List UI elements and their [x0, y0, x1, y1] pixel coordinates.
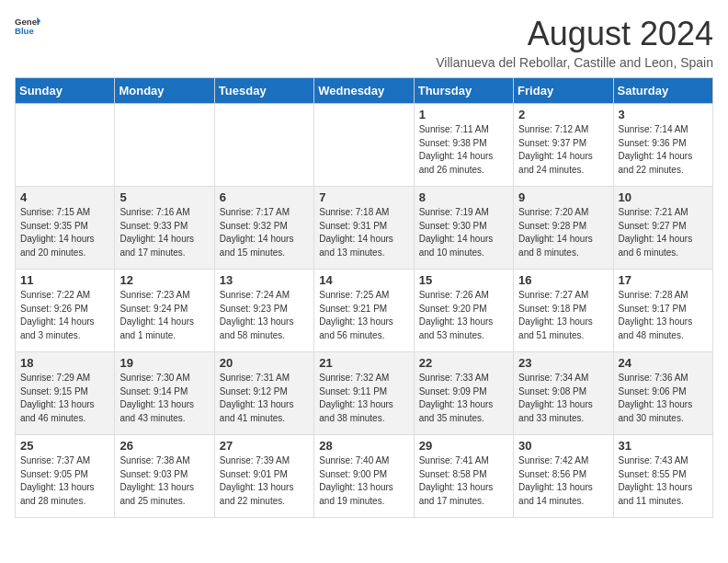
- calendar-cell: 12Sunrise: 7:23 AMSunset: 9:24 PMDayligh…: [115, 270, 214, 352]
- day-number: 10: [619, 190, 708, 204]
- weekday-header: Monday: [115, 78, 214, 104]
- day-number: 4: [20, 190, 109, 204]
- calendar-cell: [115, 104, 214, 187]
- day-number: 19: [119, 356, 209, 370]
- day-info: Sunrise: 7:36 AMSunset: 9:06 PMDaylight:…: [619, 372, 708, 425]
- day-number: 17: [619, 273, 708, 287]
- calendar-cell: 19Sunrise: 7:30 AMSunset: 9:14 PMDayligh…: [115, 352, 214, 435]
- day-info: Sunrise: 7:23 AMSunset: 9:24 PMDaylight:…: [119, 289, 209, 342]
- day-number: 29: [419, 439, 508, 453]
- weekday-header: Saturday: [613, 78, 712, 104]
- day-number: 28: [319, 439, 408, 453]
- day-number: 6: [220, 190, 309, 204]
- weekday-header: Sunday: [16, 78, 115, 104]
- calendar-week-row: 25Sunrise: 7:37 AMSunset: 9:05 PMDayligh…: [16, 435, 713, 518]
- day-number: 15: [419, 273, 508, 287]
- day-info: Sunrise: 7:26 AMSunset: 9:20 PMDaylight:…: [419, 289, 508, 342]
- calendar-week-row: 18Sunrise: 7:29 AMSunset: 9:15 PMDayligh…: [16, 352, 713, 435]
- calendar-week-row: 1Sunrise: 7:11 AMSunset: 9:38 PMDaylight…: [16, 104, 713, 187]
- calendar-cell: 28Sunrise: 7:40 AMSunset: 9:00 PMDayligh…: [314, 435, 414, 518]
- day-info: Sunrise: 7:33 AMSunset: 9:09 PMDaylight:…: [419, 372, 508, 425]
- calendar-table: SundayMondayTuesdayWednesdayThursdayFrid…: [15, 77, 713, 518]
- day-info: Sunrise: 7:19 AMSunset: 9:30 PMDaylight:…: [419, 206, 508, 259]
- day-info: Sunrise: 7:20 AMSunset: 9:28 PMDaylight:…: [518, 206, 608, 259]
- calendar-cell: 30Sunrise: 7:42 AMSunset: 8:56 PMDayligh…: [514, 435, 613, 518]
- day-info: Sunrise: 7:31 AMSunset: 9:12 PMDaylight:…: [220, 372, 309, 425]
- calendar-cell: [16, 104, 115, 187]
- day-number: 23: [518, 356, 608, 370]
- calendar-cell: 11Sunrise: 7:22 AMSunset: 9:26 PMDayligh…: [16, 270, 115, 352]
- calendar-cell: 3Sunrise: 7:14 AMSunset: 9:36 PMDaylight…: [613, 104, 712, 187]
- weekday-header: Tuesday: [214, 78, 313, 104]
- day-info: Sunrise: 7:39 AMSunset: 9:01 PMDaylight:…: [220, 454, 309, 508]
- calendar-cell: 22Sunrise: 7:33 AMSunset: 9:09 PMDayligh…: [414, 352, 513, 435]
- day-number: 25: [20, 439, 109, 453]
- weekday-header-row: SundayMondayTuesdayWednesdayThursdayFrid…: [16, 78, 713, 104]
- logo: General Blue: [15, 15, 40, 35]
- day-info: Sunrise: 7:17 AMSunset: 9:32 PMDaylight:…: [220, 206, 309, 259]
- calendar-cell: 21Sunrise: 7:32 AMSunset: 9:11 PMDayligh…: [314, 352, 414, 435]
- day-number: 16: [518, 273, 608, 287]
- calendar-cell: 16Sunrise: 7:27 AMSunset: 9:18 PMDayligh…: [514, 270, 613, 352]
- calendar-cell: 2Sunrise: 7:12 AMSunset: 9:37 PMDaylight…: [514, 104, 613, 187]
- day-info: Sunrise: 7:42 AMSunset: 8:56 PMDaylight:…: [518, 454, 608, 508]
- day-info: Sunrise: 7:32 AMSunset: 9:11 PMDaylight:…: [319, 372, 408, 425]
- day-number: 1: [419, 108, 508, 121]
- calendar-cell: [314, 104, 414, 187]
- title-area: August 2024 Villanueva del Rebollar, Cas…: [436, 15, 713, 70]
- day-info: Sunrise: 7:38 AMSunset: 9:03 PMDaylight:…: [119, 454, 209, 508]
- day-number: 11: [20, 273, 109, 287]
- day-info: Sunrise: 7:11 AMSunset: 9:38 PMDaylight:…: [419, 123, 508, 177]
- day-info: Sunrise: 7:41 AMSunset: 8:58 PMDaylight:…: [419, 454, 508, 508]
- month-title: August 2024: [436, 15, 713, 53]
- calendar-cell: 13Sunrise: 7:24 AMSunset: 9:23 PMDayligh…: [214, 270, 313, 352]
- day-info: Sunrise: 7:27 AMSunset: 9:18 PMDaylight:…: [518, 289, 608, 342]
- day-number: 21: [319, 356, 408, 370]
- calendar-cell: [214, 104, 313, 187]
- calendar-cell: 31Sunrise: 7:43 AMSunset: 8:55 PMDayligh…: [613, 435, 712, 518]
- day-number: 5: [119, 190, 209, 204]
- calendar-cell: 23Sunrise: 7:34 AMSunset: 9:08 PMDayligh…: [514, 352, 613, 435]
- day-number: 3: [619, 108, 708, 121]
- calendar-cell: 5Sunrise: 7:16 AMSunset: 9:33 PMDaylight…: [115, 187, 214, 270]
- day-info: Sunrise: 7:15 AMSunset: 9:35 PMDaylight:…: [20, 206, 109, 259]
- day-number: 24: [619, 356, 708, 370]
- weekday-header: Wednesday: [314, 78, 414, 104]
- day-info: Sunrise: 7:16 AMSunset: 9:33 PMDaylight:…: [119, 206, 209, 259]
- calendar-cell: 25Sunrise: 7:37 AMSunset: 9:05 PMDayligh…: [16, 435, 115, 518]
- calendar-week-row: 4Sunrise: 7:15 AMSunset: 9:35 PMDaylight…: [16, 187, 713, 270]
- day-number: 12: [119, 273, 209, 287]
- calendar-cell: 26Sunrise: 7:38 AMSunset: 9:03 PMDayligh…: [115, 435, 214, 518]
- calendar-cell: 20Sunrise: 7:31 AMSunset: 9:12 PMDayligh…: [214, 352, 313, 435]
- day-info: Sunrise: 7:43 AMSunset: 8:55 PMDaylight:…: [619, 454, 708, 508]
- day-number: 9: [518, 190, 608, 204]
- calendar-cell: 15Sunrise: 7:26 AMSunset: 9:20 PMDayligh…: [414, 270, 513, 352]
- day-info: Sunrise: 7:12 AMSunset: 9:37 PMDaylight:…: [518, 123, 608, 177]
- day-number: 26: [119, 439, 209, 453]
- day-info: Sunrise: 7:24 AMSunset: 9:23 PMDaylight:…: [220, 289, 309, 342]
- day-info: Sunrise: 7:22 AMSunset: 9:26 PMDaylight:…: [20, 289, 109, 342]
- calendar-cell: 17Sunrise: 7:28 AMSunset: 9:17 PMDayligh…: [613, 270, 712, 352]
- day-number: 2: [518, 108, 608, 121]
- day-number: 14: [319, 273, 408, 287]
- calendar-cell: 4Sunrise: 7:15 AMSunset: 9:35 PMDaylight…: [16, 187, 115, 270]
- svg-text:Blue: Blue: [15, 26, 34, 35]
- calendar-cell: 18Sunrise: 7:29 AMSunset: 9:15 PMDayligh…: [16, 352, 115, 435]
- calendar-cell: 14Sunrise: 7:25 AMSunset: 9:21 PMDayligh…: [314, 270, 414, 352]
- calendar-cell: 1Sunrise: 7:11 AMSunset: 9:38 PMDaylight…: [414, 104, 513, 187]
- location-subtitle: Villanueva del Rebollar, Castille and Le…: [436, 55, 713, 70]
- day-number: 27: [220, 439, 309, 453]
- weekday-header: Friday: [514, 78, 613, 104]
- day-info: Sunrise: 7:25 AMSunset: 9:21 PMDaylight:…: [319, 289, 408, 342]
- calendar-cell: 6Sunrise: 7:17 AMSunset: 9:32 PMDaylight…: [214, 187, 313, 270]
- day-info: Sunrise: 7:29 AMSunset: 9:15 PMDaylight:…: [20, 372, 109, 425]
- day-number: 22: [419, 356, 508, 370]
- day-number: 31: [619, 439, 708, 453]
- day-info: Sunrise: 7:21 AMSunset: 9:27 PMDaylight:…: [619, 206, 708, 259]
- day-info: Sunrise: 7:28 AMSunset: 9:17 PMDaylight:…: [619, 289, 708, 342]
- day-number: 30: [518, 439, 608, 453]
- calendar-cell: 27Sunrise: 7:39 AMSunset: 9:01 PMDayligh…: [214, 435, 313, 518]
- day-info: Sunrise: 7:30 AMSunset: 9:14 PMDaylight:…: [119, 372, 209, 425]
- calendar-week-row: 11Sunrise: 7:22 AMSunset: 9:26 PMDayligh…: [16, 270, 713, 352]
- weekday-header: Thursday: [414, 78, 513, 104]
